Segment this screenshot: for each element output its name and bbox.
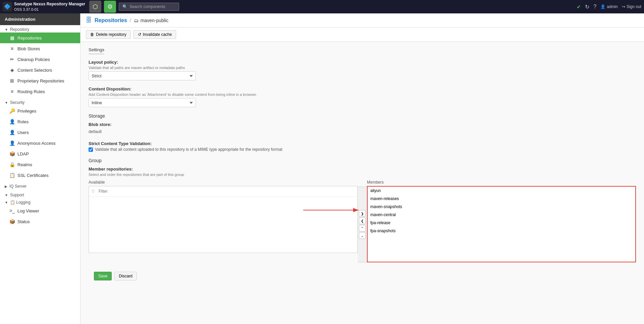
sidebar-item-users[interactable]: 👤 Users — [0, 127, 80, 138]
member-item-maven-snapshots[interactable]: maven-snapshots — [368, 203, 635, 211]
sidebar-item-repositories[interactable]: ▦ Repositories — [0, 33, 80, 43]
content-disposition-select[interactable]: Inline Attachment — [89, 98, 196, 107]
sidebar-item-anonymous-access[interactable]: 👤 Anonymous Access — [0, 138, 80, 148]
invalidate-cache-button[interactable]: ↺ Invalidate cache — [133, 30, 176, 39]
nav-right: ✔ ↻ ? 👤 admin ↪ Sign out — [577, 4, 641, 10]
breadcrumb-current-label: maven-public — [141, 18, 168, 23]
members-panel: aliyun maven-releases maven-snapshots ma… — [367, 186, 636, 262]
proprietary-icon: ⊞ — [9, 78, 15, 83]
current-repo-icon: 🗂 — [134, 18, 139, 23]
blob-store-value: default — [89, 128, 636, 135]
log-viewer-icon: >_ — [9, 208, 15, 213]
storage-section-title: Storage — [89, 113, 636, 119]
add-to-members-button[interactable]: ❯ — [359, 210, 366, 217]
sidebar-item-realms[interactable]: 🔒 Realms — [0, 159, 80, 170]
sidebar-item-label: LDAP — [17, 151, 29, 156]
sidebar-item-label: Proprietary Repositories — [17, 78, 64, 83]
delete-button-label: Delete repository — [96, 32, 126, 37]
invalidate-button-label: Invalidate cache — [143, 32, 172, 37]
sidebar-item-privileges[interactable]: 🔑 Privileges — [0, 106, 80, 116]
sidebar-item-status[interactable]: 📦 Status — [0, 216, 80, 227]
sidebar-section-security[interactable]: ▼ Security — [0, 98, 80, 106]
app-brand: 🔷 Sonatype Nexus Repository Manager OSS … — [3, 2, 85, 12]
user-icon: 👤 — [600, 4, 605, 9]
roles-icon: 👤 — [9, 119, 15, 124]
search-box[interactable]: 🔍 Search components — [119, 3, 179, 11]
content-disposition-hint: Add Content-Disposition header as 'Attac… — [89, 92, 636, 96]
sidebar-section-support[interactable]: ▼ Support — [0, 191, 80, 198]
sidebar-sub-logging[interactable]: ▼ 📋 Logging — [0, 198, 80, 205]
refresh-icon[interactable]: ↻ — [585, 4, 589, 10]
sidebar-item-roles[interactable]: 👤 Roles — [0, 116, 80, 127]
layout-policy-hint: Validate that all paths are maven artifa… — [89, 66, 636, 70]
sidebar-item-label: 📋 Logging — [10, 200, 31, 205]
strict-validation-hint: Validate that all content uploaded to th… — [95, 147, 282, 152]
sidebar-item-ldap[interactable]: 📦 LDAP — [0, 148, 80, 159]
move-up-button[interactable]: ⌃ — [359, 225, 366, 232]
move-down-button[interactable]: ⌄ — [359, 232, 366, 239]
sidebar-item-label: Privileges — [17, 109, 36, 114]
filter-input[interactable] — [96, 188, 355, 195]
strict-validation-label: Strict Content Type Validation: — [89, 141, 636, 146]
save-discard-bar: Save Discard — [89, 268, 636, 284]
sidebar-item-routing-rules[interactable]: ≡ Routing Rules — [0, 86, 80, 97]
member-item-maven-releases[interactable]: maven-releases — [368, 195, 635, 203]
settings-tab[interactable]: Settings — [89, 47, 104, 54]
brand-text: Sonatype Nexus Repository Manager OSS 3.… — [14, 2, 85, 12]
sidebar-item-label: Log Viewer — [17, 208, 39, 213]
sidebar-item-label: SSL Certificates — [17, 173, 49, 178]
sidebar-item-label: Roles — [17, 119, 29, 124]
member-item-fpa-snapshots[interactable]: fpa-snapshots — [368, 227, 635, 235]
sidebar-item-label: Anonymous Access — [17, 141, 55, 146]
sidebar-section-label: IQ Server — [9, 184, 26, 189]
layout-policy-label: Layout policy: — [89, 60, 636, 65]
sidebar-item-label: Users — [17, 130, 29, 135]
strict-validation-checkbox-row: Validate that all content uploaded to th… — [89, 147, 636, 152]
sidebar-section-repository[interactable]: ▼ Repository — [0, 25, 80, 33]
brand-icon: 🔷 — [3, 2, 12, 11]
remove-from-members-button[interactable]: ❮ — [359, 217, 366, 224]
sidebar-item-label: Status — [17, 219, 30, 224]
content-disposition-section: Content Disposition: Add Content-Disposi… — [89, 86, 636, 107]
sidebar-item-log-viewer[interactable]: >_ Log Viewer — [0, 205, 80, 216]
group-section-title: Group — [89, 158, 636, 163]
logging-arrow: ▼ — [5, 201, 8, 204]
privileges-icon: 🔑 — [9, 108, 15, 114]
sidebar-item-label: Repositories — [17, 36, 42, 41]
member-item-fpa-release[interactable]: fpa-release — [368, 219, 635, 227]
available-items-list — [89, 197, 357, 250]
layout-policy-select[interactable]: Strict Permissive — [89, 71, 196, 80]
sign-out-button[interactable]: ↪ Sign out — [622, 4, 641, 9]
sidebar-section-label: Security — [10, 100, 24, 105]
sidebar-section-iq[interactable]: ▶ IQ Server — [0, 182, 80, 189]
delete-icon: 🗑 — [90, 32, 94, 37]
filter-icon: ▽ — [92, 189, 95, 194]
sidebar-item-label: Routing Rules — [17, 89, 45, 94]
help-icon[interactable]: ? — [593, 4, 596, 10]
sidebar-item-cleanup-policies[interactable]: ✏ Cleanup Policies — [0, 54, 80, 65]
sidebar-section-label: Repository — [10, 27, 29, 32]
search-placeholder: Search components — [129, 4, 165, 9]
sidebar-header: Administration — [0, 13, 80, 25]
user-menu[interactable]: 👤 admin — [600, 4, 618, 9]
breadcrumb-sep: / — [130, 18, 131, 23]
member-item-aliyun[interactable]: aliyun — [368, 187, 635, 195]
breadcrumb-parent-link[interactable]: Repositories — [95, 17, 127, 23]
member-repositories-title: Member repositories: — [89, 167, 636, 172]
gear-icon-btn[interactable]: ⚙ — [104, 1, 116, 13]
save-button[interactable]: Save — [94, 272, 112, 280]
sidebar-item-proprietary-repositories[interactable]: ⊞ Proprietary Repositories — [0, 75, 80, 86]
delete-repository-button[interactable]: 🗑 Delete repository — [86, 30, 131, 39]
cleanup-icon: ✏ — [9, 57, 15, 62]
cube-icon-btn[interactable]: ⬡ — [89, 1, 101, 13]
sidebar-item-blob-stores[interactable]: ≡ Blob Stores — [0, 43, 80, 54]
member-item-maven-central[interactable]: maven-central — [368, 211, 635, 219]
breadcrumb-current: 🗂 maven-public — [134, 18, 168, 23]
strict-validation-checkbox[interactable] — [89, 147, 93, 152]
sidebar-item-content-selectors[interactable]: ◈ Content Selectors — [0, 65, 80, 75]
sidebar-item-ssl-certificates[interactable]: 📋 SSL Certificates — [0, 170, 80, 181]
member-repositories-hint: Select and order the repositories that a… — [89, 173, 636, 177]
discard-button[interactable]: Discard — [114, 272, 137, 280]
layout-policy-section: Layout policy: Validate that all paths a… — [89, 60, 636, 80]
status-ok-icon[interactable]: ✔ — [577, 4, 581, 10]
